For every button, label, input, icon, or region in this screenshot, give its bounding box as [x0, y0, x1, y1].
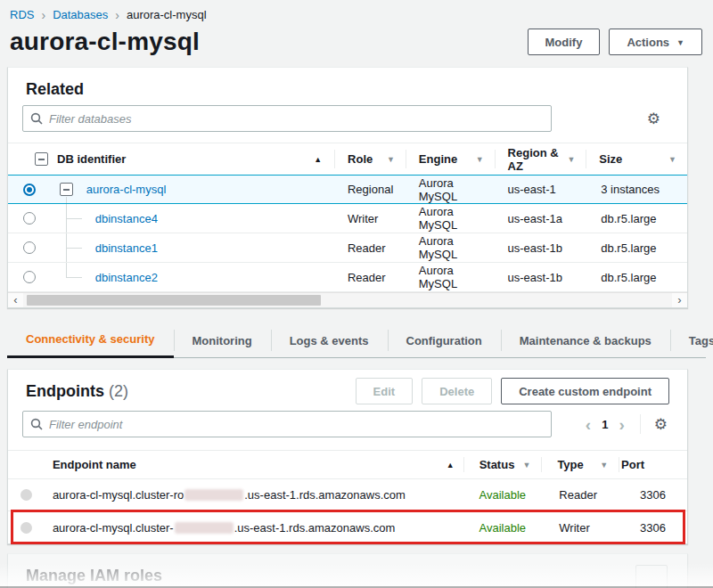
edit-button[interactable]: Edit: [356, 378, 414, 404]
tab-connectivity-security[interactable]: Connectivity & security: [7, 323, 174, 358]
sort-ascending-icon: ▲: [447, 461, 455, 470]
create-custom-endpoint-button[interactable]: Create custom endpoint: [501, 378, 669, 404]
next-page-icon[interactable]: ›: [613, 416, 629, 433]
iam-settings-button[interactable]: [635, 565, 668, 588]
detail-tabs: Connectivity & security Monitoring Logs …: [7, 323, 706, 358]
tab-monitoring[interactable]: Monitoring: [174, 323, 271, 358]
filter-dropdown-icon: ▼: [567, 155, 586, 164]
column-size[interactable]: Size ▼: [586, 143, 687, 175]
table-row-instance[interactable]: dbinstance1 Reader Aurora MySQL us-east-…: [8, 233, 687, 263]
cell-engine: Aurora MySQL: [406, 234, 495, 261]
column-status[interactable]: Status ▼: [463, 451, 542, 478]
table-row-instance[interactable]: dbinstance2 Reader Aurora MySQL us-east-…: [8, 263, 687, 292]
chevron-right-icon: ›: [41, 10, 45, 20]
endpoint-filter-box: [22, 411, 552, 437]
pagination: ‹ 1 › ⚙: [580, 414, 673, 434]
tab-maintenance-backups[interactable]: Maintenance & backups: [501, 323, 670, 358]
column-db-identifier[interactable]: DB identifier ▲: [48, 152, 334, 166]
endpoint-row-writer[interactable]: aurora-cl-mysql.cluster-.us-east-1.rds.a…: [8, 511, 687, 543]
breadcrumb-rds[interactable]: RDS: [10, 8, 34, 21]
tab-logs-events[interactable]: Logs & events: [271, 323, 388, 358]
status-badge: Available: [463, 521, 542, 535]
endpoints-table-header: Endpoint name ▲ Status ▼ Type ▼ Port: [8, 451, 687, 479]
page-title: aurora-cl-mysql: [10, 28, 200, 56]
delete-button[interactable]: Delete: [422, 378, 492, 404]
cell-region: us-east-1a: [495, 212, 586, 225]
endpoint-row-reader[interactable]: aurora-cl-mysql.cluster-ro.us-east-1.rds…: [8, 479, 687, 511]
related-table: DB identifier ▲ Role ▼ Engine ▼ Region &…: [8, 143, 687, 307]
filter-dropdown-icon: ▼: [668, 155, 687, 164]
redacted-text: [184, 489, 243, 501]
radio-disabled[interactable]: [20, 522, 32, 534]
scrollbar-thumb[interactable]: [27, 295, 321, 306]
radio-unselected[interactable]: [23, 212, 36, 225]
column-port[interactable]: Port: [619, 451, 687, 478]
db-instance-link[interactable]: dbinstance4: [95, 212, 158, 225]
cell-port: 3306: [619, 488, 687, 502]
cell-size: db.r5.large: [586, 212, 687, 225]
cell-type: Writer: [541, 521, 619, 535]
column-role[interactable]: Role ▼: [334, 143, 406, 175]
search-icon: [30, 112, 43, 125]
scroll-right-icon[interactable]: ›: [672, 293, 687, 307]
cell-role: Writer: [334, 212, 406, 225]
breadcrumb-databases[interactable]: Databases: [53, 8, 108, 21]
collapse-all-icon[interactable]: [35, 152, 48, 166]
db-instance-link[interactable]: dbinstance2: [95, 271, 158, 284]
cell-port: 3306: [619, 521, 687, 535]
cell-role: Reader: [334, 271, 406, 284]
redacted-text: [175, 522, 234, 534]
column-engine[interactable]: Engine ▼: [406, 143, 495, 175]
scroll-left-icon[interactable]: ‹: [8, 293, 23, 307]
endpoint-filter-input[interactable]: [49, 418, 544, 431]
related-title: Related: [26, 80, 84, 99]
iam-roles-title: Manage IAM roles: [8, 554, 687, 585]
column-type[interactable]: Type ▼: [541, 451, 619, 478]
cell-role: Reader: [334, 241, 406, 255]
iam-roles-card: Manage IAM roles: [7, 553, 688, 588]
related-settings-gear-icon[interactable]: ⚙: [642, 110, 666, 128]
previous-page-icon[interactable]: ‹: [580, 416, 596, 433]
radio-unselected[interactable]: [23, 271, 36, 283]
related-filter-input[interactable]: [49, 112, 544, 126]
radio-disabled[interactable]: [20, 489, 32, 501]
related-filter-box: [22, 105, 552, 132]
endpoints-card: Endpoints(2) Edit Delete Create custom e…: [7, 369, 688, 544]
modify-button[interactable]: Modify: [528, 29, 601, 55]
collapse-row-icon[interactable]: [60, 183, 73, 196]
related-card: Related ⚙ DB identifier ▲ Role ▼ Engine: [7, 67, 688, 308]
tab-tags[interactable]: Tags: [670, 323, 713, 358]
scrollbar-track[interactable]: [23, 293, 672, 307]
breadcrumb-current: aurora-cl-mysql: [127, 8, 207, 21]
chevron-down-icon: ▼: [676, 38, 684, 47]
tab-configuration[interactable]: Configuration: [388, 323, 501, 358]
endpoints-buttons: Edit Delete Create custom endpoint: [356, 378, 669, 404]
db-instance-link[interactable]: dbinstance1: [95, 241, 158, 255]
status-badge: Available: [463, 488, 542, 502]
header-buttons: Modify Actions ▼: [528, 29, 702, 55]
radio-unselected[interactable]: [23, 241, 36, 254]
endpoints-settings-gear-icon[interactable]: ⚙: [649, 415, 673, 434]
db-cluster-link[interactable]: aurora-cl-mysql: [86, 183, 167, 196]
endpoints-title: Endpoints(2): [26, 382, 128, 401]
filter-dropdown-icon: ▼: [387, 155, 406, 164]
table-row-cluster[interactable]: aurora-cl-mysql Regional Aurora MySQL us…: [8, 175, 687, 204]
horizontal-scrollbar: ‹ ›: [8, 292, 687, 307]
radio-selected[interactable]: [23, 184, 36, 196]
cell-region: us-east-1b: [495, 241, 586, 255]
cell-size: db.r5.large: [586, 241, 687, 255]
sort-ascending-icon: ▲: [314, 155, 322, 164]
endpoint-name: aurora-cl-mysql.cluster-.us-east-1.rds.a…: [45, 521, 395, 535]
cell-size: db.r5.large: [586, 271, 687, 284]
page-number[interactable]: 1: [596, 418, 613, 431]
cell-region: us-east-1: [495, 183, 586, 196]
page-header: aurora-cl-mysql Modify Actions ▼: [0, 21, 713, 56]
column-region-az[interactable]: Region & AZ ▼: [495, 143, 586, 175]
related-table-header: DB identifier ▲ Role ▼ Engine ▼ Region &…: [8, 143, 687, 176]
chevron-right-icon: ›: [115, 10, 119, 20]
endpoint-name: aurora-cl-mysql.cluster-ro.us-east-1.rds…: [45, 488, 406, 502]
column-endpoint-name[interactable]: Endpoint name ▲: [45, 458, 463, 471]
table-row-instance[interactable]: dbinstance4 Writer Aurora MySQL us-east-…: [8, 204, 687, 233]
breadcrumb: RDS › Databases › aurora-cl-mysql: [0, 0, 713, 21]
actions-button[interactable]: Actions ▼: [609, 29, 702, 55]
